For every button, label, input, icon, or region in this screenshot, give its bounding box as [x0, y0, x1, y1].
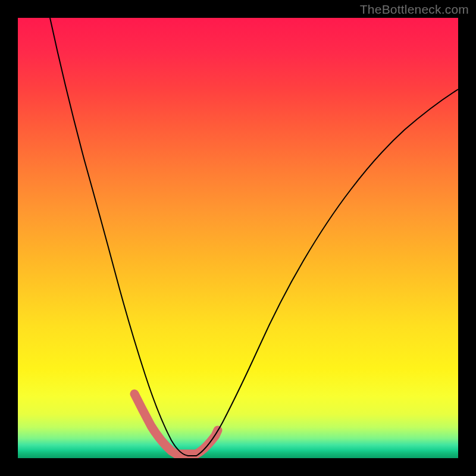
bottleneck-chart-svg: [18, 18, 458, 458]
chart-frame: TheBottleneck.com: [0, 0, 476, 476]
valley-highlight: [134, 394, 218, 454]
plot-area: [18, 18, 458, 458]
watermark-text: TheBottleneck.com: [360, 2, 469, 17]
bottleneck-curve-line: [50, 18, 458, 456]
